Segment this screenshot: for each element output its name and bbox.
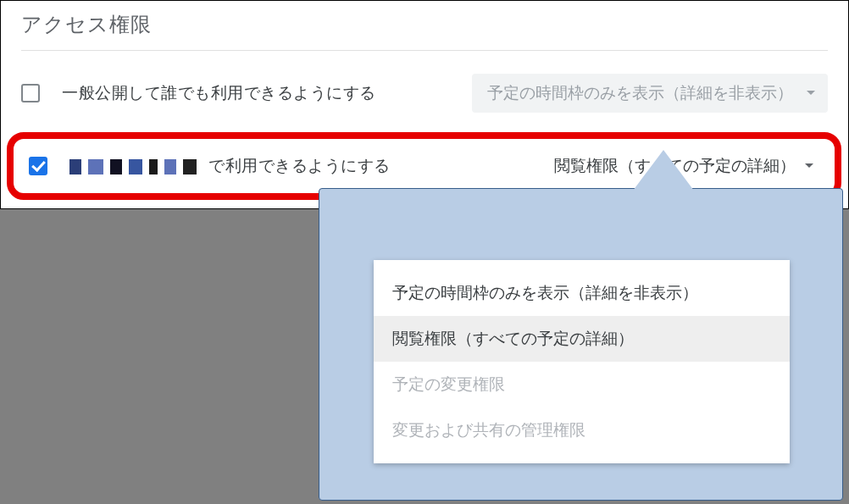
chevron-down-icon xyxy=(806,90,816,97)
dropdown-callout: 予定の時間枠のみを表示（詳細を非表示） 閲覧権限（すべての予定の詳細） 予定の変… xyxy=(319,188,843,501)
permission-dropdown: 予定の時間枠のみを表示（詳細を非表示） 閲覧権限（すべての予定の詳細） 予定の変… xyxy=(374,260,790,463)
org-label: で利用できるようにする xyxy=(69,155,391,177)
dropdown-option-edit[interactable]: 予定の変更権限 xyxy=(374,362,790,407)
callout-pointer xyxy=(633,150,694,191)
public-share-row: 一般公開して誰でも利用できるようにする 予定の時間枠のみを表示（詳細を非表示） xyxy=(21,69,828,117)
chevron-down-icon xyxy=(804,163,814,169)
org-label-suffix: で利用できるようにする xyxy=(208,157,391,174)
public-label: 一般公開して誰でも利用できるようにする xyxy=(62,82,376,104)
org-name-obscured xyxy=(69,159,205,174)
section-title: アクセス権限 xyxy=(21,11,828,51)
access-permissions-panel: アクセス権限 一般公開して誰でも利用できるようにする 予定の時間枠のみを表示（詳… xyxy=(0,0,849,209)
dropdown-option-timeslot[interactable]: 予定の時間枠のみを表示（詳細を非表示） xyxy=(374,270,790,316)
public-permission-select[interactable]: 予定の時間枠のみを表示（詳細を非表示） xyxy=(472,74,828,113)
public-permission-value: 予定の時間枠のみを表示（詳細を非表示） xyxy=(487,82,793,104)
dropdown-option-manage[interactable]: 変更および共有の管理権限 xyxy=(374,407,790,453)
public-checkbox[interactable] xyxy=(21,84,40,102)
dropdown-option-view-all[interactable]: 閲覧権限（すべての予定の詳細） xyxy=(374,316,790,362)
org-checkbox[interactable] xyxy=(29,157,47,175)
